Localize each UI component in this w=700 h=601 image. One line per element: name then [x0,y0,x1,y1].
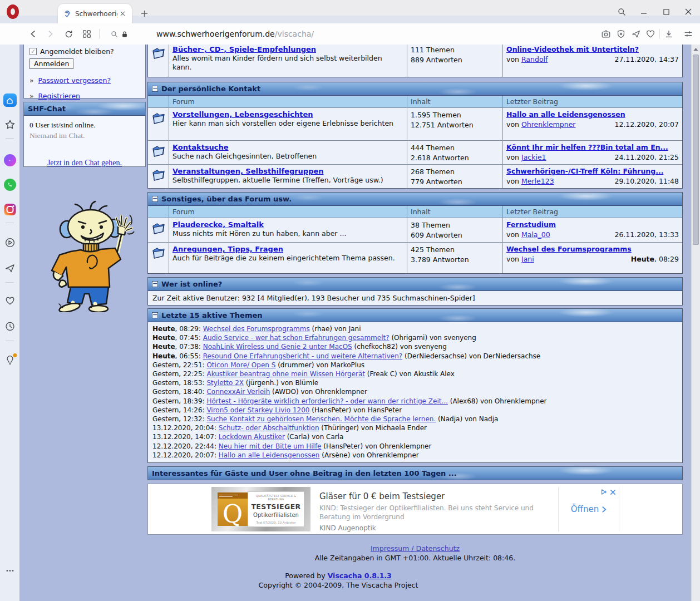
forum-link[interactable]: Anregungen, Tipps, Fragen [172,245,283,253]
adblock-shield-button[interactable] [614,27,628,41]
topic-link[interactable]: Audio Service - wer hat schon Erfahrunge… [203,334,390,342]
browser-tab[interactable]: Schwerhoerigenforum.de [58,4,132,23]
user-link[interactable]: Mala_00 [521,230,550,239]
topic-link[interactable]: Hörtest - Hörgeräte wirklich erforderlic… [206,397,447,405]
topic-item: Heute, 07:45: Audio Service - wer hat sc… [152,333,678,342]
browser-tabstrip: Schwerhoerigenforum.de [0,0,700,23]
sidebar-messenger-button[interactable] [4,154,16,166]
topic-time: 12.12.2020, 20:07: [152,451,219,459]
speed-dial-grid-icon[interactable] [80,27,94,41]
last-post-link[interactable]: Könnt Ihr mir helfen ???Bin total am En.… [506,143,668,151]
lock-icon[interactable] [117,27,132,41]
topic-item: Heute, 08:29: Wechsel des Forumsprogramm… [152,324,678,333]
sidebar-player-button[interactable] [4,237,16,248]
collapse-icon[interactable]: − [152,196,158,202]
impressum-link[interactable]: Impressum / Datenschutz [371,544,460,553]
topic-link[interactable]: Viron5 oder Starkey Livio 1200 [206,406,309,414]
sidebar-more-button[interactable] [6,570,13,572]
tab-close-icon[interactable] [117,9,127,19]
last-post-link[interactable]: Schwerhörigen-/CI-Treff Köln: Führung... [506,167,663,175]
collapse-icon[interactable]: − [152,312,158,318]
topic-link[interactable]: Neu hier mit der Bitte um Hilfe [219,442,322,450]
forum-link[interactable]: Veranstaltungen, Selbsthilfegruppen [172,167,324,175]
topic-link[interactable]: Resound One Erfahrungsbericht - und weit… [203,352,402,360]
sidebar-hints-bulb-button[interactable] [4,354,15,365]
sidebar-history-clock-button[interactable] [4,321,15,332]
topic-link[interactable]: ConnexxAir Verleih [206,388,270,396]
user-link[interactable]: Jani [521,255,534,263]
topic-link[interactable]: Lockdown Akustiker [219,433,285,441]
topic-suffix: (jürgenh.) von Blümle [244,379,318,387]
ad-headline[interactable]: Gläser für 0 € beim Testsieger [319,491,558,501]
close-button[interactable] [681,4,696,19]
topic-link[interactable]: Wechsel des Forumsprogramms [203,325,310,333]
user-link[interactable]: Merle123 [521,177,554,185]
forum-description: Suche nach Gleichgesinnten, Betroffenen [172,152,403,161]
remember-label: Angemeldet bleiben? [40,47,114,56]
new-tab-button[interactable] [137,6,151,21]
scrollbar-thumb[interactable] [693,55,699,245]
login-button[interactable]: Anmelden [29,58,73,69]
forum-link[interactable]: Vorstellungen, Lebensgeschichten [172,110,313,119]
scroll-up-arrow-icon[interactable] [693,47,698,51]
collapse-icon[interactable]: − [152,86,158,92]
bookmark-heart-button[interactable] [643,27,658,41]
reload-button[interactable] [61,27,76,41]
register-link[interactable]: Registrieren [38,92,80,100]
topic-link[interactable]: Schutz- oder Abschaltfunktion [219,424,319,432]
topic-item: Gestern, 22:51: Oticon More/ Open S (dru… [152,361,678,370]
back-button[interactable] [26,27,41,41]
section-header: − Letzte 15 aktive Themen [148,309,682,322]
last-post-cell: Online-Videothek mit Untertiteln? von Ra… [503,45,682,77]
forum-link[interactable]: Kontaktsuche [172,143,229,151]
topic-suffix: (AWDO) von Ohrenklempner [270,388,367,396]
topic-link[interactable]: Hallo an alle Leidensgenossen [219,451,320,459]
last-post-link[interactable]: Hallo an alle Leidensgenossen [506,110,625,119]
sidebar-instagram-button[interactable] [4,204,16,215]
sidebar-flow-send-button[interactable] [4,263,16,274]
topic-link[interactable]: Akustiker beantrag ohne mein Wissen Hörg… [206,370,365,378]
last-post-link[interactable]: Fernstudium [506,220,556,229]
powered-link[interactable]: Viscacha 0.8.1.3 [328,572,392,580]
folder-icon [151,47,165,60]
url-host: www.schwerhoerigenforum.de [156,29,275,38]
minimize-button[interactable] [637,4,651,19]
ad-creative[interactable]: Q QUALITÄTSTEST SERVICE & BERATUNG TESTS… [211,487,619,531]
download-button[interactable] [662,27,676,41]
user-link[interactable]: Ohrenklempner [521,120,576,129]
my-flow-send-button[interactable] [629,27,643,41]
last-post-link[interactable]: Online-Videothek mit Untertiteln? [506,45,639,53]
topic-item: Gestern, 22:25: Akustiker beantrag ohne … [152,370,678,378]
chat-link[interactable]: Jetzt in den Chat gehen. [47,159,122,167]
user-link[interactable]: Randolf [521,55,548,63]
forgot-password-link[interactable]: Passwort vergessen? [38,76,111,85]
sidebar-bookmarks-star-button[interactable] [4,119,16,130]
search-button[interactable] [614,4,629,19]
topic-link[interactable]: Suche Kontakt zu gehörlosen Menschen. Mö… [206,415,436,423]
user-link[interactable]: Jackie1 [521,153,546,161]
maximize-button[interactable] [659,4,673,19]
vertical-scrollbar[interactable] [691,45,700,601]
sidebar-heart-button[interactable] [4,295,15,306]
sidebar-whatsapp-button[interactable] [4,179,16,191]
opera-logo-icon[interactable] [7,4,19,19]
forum-link[interactable]: Plauderecke, Smaltalk [172,220,264,229]
adchoices-icon[interactable] [600,489,607,495]
ad-close-icon[interactable] [610,489,616,495]
forward-button[interactable] [43,27,57,41]
sidebar-home-button[interactable] [3,93,17,107]
collapse-icon[interactable]: − [152,281,158,287]
tune-settings-button[interactable] [681,27,696,41]
topic-item: Gestern, 18:53: Styletto 2X (jürgenh.) v… [152,378,678,387]
address-bar[interactable]: www.schwerhoerigenforum.de/viscacha/ [156,29,314,38]
topic-link[interactable]: Oticon More/ Open S [206,361,275,369]
snapshot-camera-button[interactable] [599,27,613,41]
chevrons-icon: » [29,92,34,100]
remember-checkbox[interactable]: ✓ [29,48,37,55]
forum-link[interactable]: Bücher-, CD-, Spiele-Empfehlungen [172,45,316,53]
topic-link[interactable]: NoahLink Wireless und Genie 2 unter MacO… [203,343,352,351]
last-post-link[interactable]: Wechsel des Forumsprogramms [506,245,632,253]
ad-open-button[interactable]: Öffnen [571,504,607,514]
topic-link[interactable]: Styletto 2X [206,379,244,387]
latest-topics-section: − Letzte 15 aktive Themen Heute, 08:29: … [147,308,683,463]
